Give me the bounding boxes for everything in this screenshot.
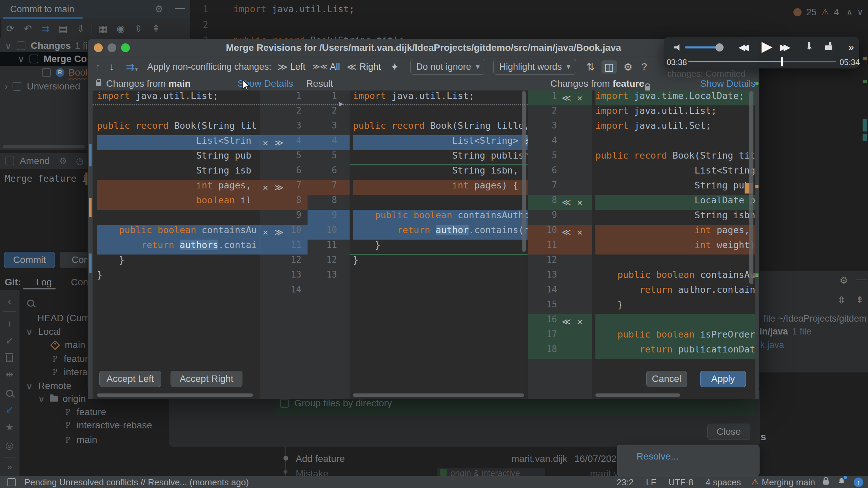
apply-change-right-button[interactable]: ≫	[274, 138, 283, 148]
gear-icon[interactable]: ⚙	[624, 61, 633, 73]
feature-vertical-scrollbar[interactable]	[749, 91, 753, 284]
status-square-icon[interactable]	[7, 478, 16, 486]
dialog-title: Merge Revisions for /Users/marit.van.dij…	[88, 42, 759, 53]
apply-change-left-button[interactable]: ≪	[562, 93, 571, 103]
cancel-button[interactable]: Cancel	[646, 371, 687, 387]
ignore-change-button[interactable]: ✕	[263, 227, 268, 237]
ignore-change-button[interactable]: ✕	[577, 227, 583, 237]
line-number: 11	[528, 240, 557, 255]
play-icon[interactable]: ▶	[762, 38, 772, 55]
notifications-bell-icon[interactable]	[837, 477, 846, 488]
code-token: return	[397, 225, 430, 235]
line-number: 5	[528, 150, 557, 165]
dotted-line-triangle: ▶	[339, 100, 343, 107]
ignore-change-button[interactable]: ✕	[263, 138, 268, 148]
code-token: java.util.Set;	[629, 120, 711, 131]
volume-knob[interactable]	[715, 43, 724, 52]
code-token: public record	[97, 120, 169, 131]
code-token: }	[595, 299, 623, 310]
feature-editor[interactable]: import java.time.LocalDate;import java.u…	[592, 90, 755, 399]
code-token: String publish	[353, 150, 528, 161]
left-horizontal-scrollbar[interactable]	[97, 393, 253, 397]
code-line: public boolean containsAutho	[353, 210, 528, 225]
code-token: int	[695, 225, 711, 235]
right-show-details-link[interactable]: Show Details	[700, 78, 755, 89]
volume-icon[interactable]	[674, 44, 682, 51]
magic-resolve-icon[interactable]: ⇉	[126, 61, 134, 73]
ignore-whitespace-dropdown[interactable]: Do not ignore▾	[410, 59, 485, 75]
chunk-buttons: ✕≫	[263, 225, 283, 240]
apply-all-link[interactable]: All	[330, 62, 340, 72]
ignore-change-button[interactable]: ✕	[577, 197, 583, 207]
code-line: public boolean containsAu	[97, 225, 260, 240]
code-token: boolean	[196, 195, 235, 205]
rewind-icon[interactable]: ◀◀	[738, 42, 745, 53]
next-change-icon[interactable]: ↓	[109, 61, 114, 73]
apply-change-right-button[interactable]: ≫	[274, 182, 283, 192]
apply-change-left-button[interactable]: ≪	[562, 197, 571, 207]
apply-change-left-button[interactable]: ≪	[562, 227, 571, 237]
apply-left-link[interactable]: Left	[290, 62, 305, 72]
apply-right-link[interactable]: Right	[359, 62, 381, 72]
apply-button[interactable]: Apply	[700, 371, 746, 387]
more-controls-icon[interactable]: »	[848, 41, 854, 53]
collapse-unchanged-icon[interactable]: ⇅	[586, 61, 595, 73]
line-number: 13	[308, 269, 337, 284]
resolve-balloon: Resolve...	[617, 445, 760, 476]
update-available-icon[interactable]: ↑	[854, 477, 863, 487]
code-line: int pages,	[595, 225, 755, 240]
apply-change-left-button[interactable]: ≪	[562, 317, 571, 327]
result-pane-title: Result	[306, 78, 333, 89]
file-encoding[interactable]: UTF-8	[668, 477, 693, 488]
warning-icon: ⚠	[751, 477, 759, 488]
highlight-mode-dropdown[interactable]: Highlight words▾	[493, 59, 576, 75]
result-horizontal-scrollbar[interactable]	[353, 393, 524, 397]
timeline-playhead[interactable]	[781, 57, 783, 66]
previous-change-icon[interactable]: ↑	[95, 61, 100, 73]
dialog-toolbar: ↑ ↓ ⇉ ▾ Apply non-conflicting changes: ≫…	[88, 57, 759, 77]
code-line	[353, 105, 528, 120]
ignore-change-button[interactable]: ✕	[577, 93, 583, 103]
status-message[interactable]: Pending Unresolved conflicts // Resolve.…	[24, 477, 249, 488]
feature-horizontal-scrollbar[interactable]	[595, 393, 680, 397]
fast-forward-icon[interactable]: ▶▶	[780, 42, 787, 53]
chunk-buttons: ✕≫	[263, 180, 283, 195]
volume-slider[interactable]	[685, 46, 719, 48]
line-number: 14	[528, 284, 557, 299]
caret-position[interactable]: 23:2	[616, 477, 634, 488]
result-vertical-scrollbar[interactable]	[522, 91, 526, 252]
ignore-change-button[interactable]: ✕	[263, 182, 268, 192]
indent-setting[interactable]: 4 spaces	[706, 477, 741, 488]
resolve-simple-conflicts-icon[interactable]: ✦	[390, 61, 399, 73]
picture-in-picture-icon[interactable]	[829, 42, 831, 49]
ignore-change-button[interactable]: ✕	[577, 317, 583, 327]
apply-change-right-button[interactable]: ≫	[274, 227, 283, 237]
git-branch-widget[interactable]: Merging main	[762, 477, 815, 488]
double-right-icon: ≫	[277, 61, 287, 73]
line-ending[interactable]: LF	[646, 477, 656, 488]
right-branch-name: feature	[613, 78, 644, 89]
code-token: public boolean	[617, 329, 695, 340]
accept-right-button[interactable]: Accept Right	[171, 371, 242, 387]
timeline-track[interactable]	[688, 61, 782, 62]
stripe-mark	[755, 82, 758, 85]
synchronize-scrolling-icon[interactable]: ◫	[601, 60, 616, 74]
code-token	[595, 344, 639, 354]
code-token	[174, 240, 180, 250]
stripe-mark	[755, 185, 758, 188]
magic-resolve-caret-icon[interactable]: ▾	[135, 66, 138, 73]
accept-left-button[interactable]: Accept Left	[99, 371, 161, 387]
unlock-icon[interactable]	[823, 480, 829, 485]
help-icon[interactable]: ?	[642, 61, 647, 73]
code-line: List<String> a	[353, 135, 528, 150]
code-line: import java.util.List;	[97, 90, 260, 105]
result-editor[interactable]: import java.util.List;public record Book…	[350, 90, 528, 399]
airplay-display-icon[interactable]	[808, 42, 810, 49]
code-token: isPreOrder()	[695, 329, 755, 340]
code-token: }	[97, 255, 124, 265]
code-line: }	[353, 255, 528, 269]
resolve-link[interactable]: Resolve...	[636, 451, 679, 462]
left-editor[interactable]: import java.util.List;public record Book…	[93, 90, 260, 399]
code-token: authors	[180, 240, 218, 250]
stripe-mark	[89, 253, 92, 273]
